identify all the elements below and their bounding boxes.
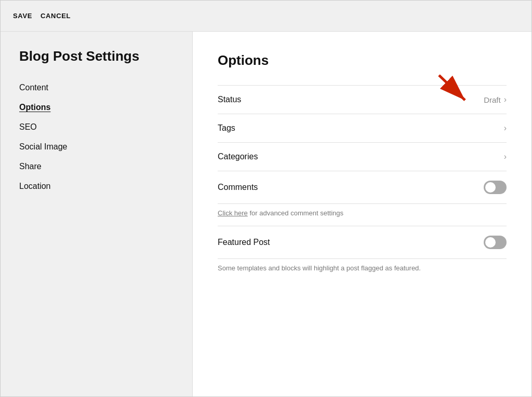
- sidebar: Blog Post Settings Content Options SEO S…: [1, 32, 193, 396]
- sidebar-nav: Content Options SEO Social Image Share L…: [19, 83, 174, 191]
- tags-right: ›: [504, 124, 507, 133]
- categories-right: ›: [504, 152, 507, 161]
- status-value: Draft: [484, 95, 501, 104]
- status-right: Draft ›: [484, 95, 507, 104]
- settings-row-featured-post[interactable]: Featured Post: [218, 226, 507, 259]
- settings-row-categories[interactable]: Categories ›: [218, 143, 507, 171]
- featured-post-subtext: Some templates and blocks will highlight…: [218, 264, 421, 272]
- tags-chevron-icon: ›: [504, 124, 507, 133]
- comments-right: [484, 181, 507, 194]
- settings-row-comments[interactable]: Comments: [218, 171, 507, 204]
- featured-post-right: [484, 236, 507, 249]
- settings-list: Status Draft ›: [218, 85, 507, 281]
- comments-subtext: Click here for advanced comment settings: [218, 209, 343, 217]
- featured-post-toggle[interactable]: [484, 236, 507, 249]
- settings-row-tags[interactable]: Tags ›: [218, 114, 507, 143]
- content-title: Options: [218, 52, 507, 69]
- featured-post-label: Featured Post: [218, 238, 270, 247]
- sidebar-title: Blog Post Settings: [19, 48, 174, 64]
- comments-toggle[interactable]: [484, 181, 507, 194]
- sidebar-item-seo[interactable]: SEO: [19, 122, 37, 132]
- sidebar-item-options[interactable]: Options: [19, 103, 50, 112]
- save-button[interactable]: SAVE: [13, 10, 32, 22]
- sidebar-item-social-image[interactable]: Social Image: [19, 142, 68, 152]
- top-bar: SAVE CANCEL: [1, 1, 531, 32]
- sidebar-item-content[interactable]: Content: [19, 83, 48, 92]
- cancel-button[interactable]: CANCEL: [41, 10, 71, 22]
- categories-label: Categories: [218, 152, 258, 161]
- arrow-annotation: [434, 70, 475, 108]
- status-chevron-icon: ›: [504, 95, 507, 104]
- sidebar-item-share[interactable]: Share: [19, 162, 42, 171]
- content-area: Options Status Draft ›: [193, 32, 531, 396]
- featured-post-subrow: Some templates and blocks will highlight…: [218, 259, 507, 281]
- status-label: Status: [218, 95, 241, 104]
- comments-subrow: Click here for advanced comment settings: [218, 204, 507, 226]
- svg-line-1: [439, 75, 465, 100]
- main-layout: Blog Post Settings Content Options SEO S…: [1, 32, 531, 396]
- comments-click-here-link[interactable]: Click here: [218, 209, 248, 217]
- tags-label: Tags: [218, 124, 235, 133]
- categories-chevron-icon: ›: [504, 152, 507, 161]
- sidebar-item-location[interactable]: Location: [19, 182, 51, 191]
- settings-row-status[interactable]: Status Draft ›: [218, 86, 507, 114]
- comments-label: Comments: [218, 183, 258, 192]
